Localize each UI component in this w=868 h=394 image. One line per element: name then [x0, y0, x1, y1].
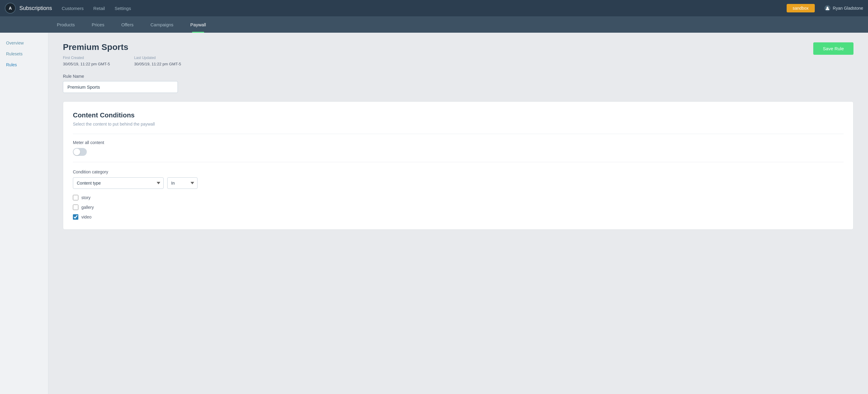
rule-name-input[interactable]	[63, 81, 178, 93]
nav-customers[interactable]: Customers	[62, 6, 84, 11]
subnav-products[interactable]: Products	[49, 16, 83, 33]
user-icon	[825, 5, 831, 11]
user-name: Ryan Gladstone	[833, 6, 863, 10]
checkbox-gallery-label: gallery	[81, 205, 94, 210]
divider-2	[73, 162, 843, 162]
condition-section: Condition category Content type Section …	[73, 170, 843, 220]
checkbox-list: story gallery video	[73, 195, 843, 220]
subnav-campaigns[interactable]: Campaigns	[142, 16, 182, 33]
nav-retail[interactable]: Retail	[93, 6, 105, 11]
checkbox-gallery-input[interactable]	[73, 205, 78, 210]
toggle-knob	[73, 149, 80, 155]
main-content: Premium Sports First Created 30/05/19, 1…	[49, 33, 868, 394]
sidebar-item-rules[interactable]: Rules	[0, 59, 48, 70]
checkbox-story[interactable]: story	[73, 195, 843, 200]
content-type-select[interactable]: Content type Section Tag	[73, 177, 164, 189]
save-rule-button[interactable]: Save Rule	[813, 42, 854, 55]
page-title: Premium Sports	[63, 42, 181, 52]
conditions-card: Content Conditions Select the content to…	[63, 101, 854, 230]
page-header: Premium Sports First Created 30/05/19, 1…	[63, 42, 854, 67]
layout: Overview Rulesets Rules Premium Sports F…	[0, 33, 868, 394]
subnav-paywall[interactable]: Paywall	[182, 16, 214, 33]
last-updated-meta: Last Updated 30/05/19, 11:22 pm GMT-5	[134, 56, 181, 67]
meter-all-toggle[interactable]	[73, 148, 87, 156]
checkbox-gallery[interactable]: gallery	[73, 205, 843, 210]
checkbox-video-input[interactable]	[73, 214, 78, 220]
meter-all-label: Meter all content	[73, 140, 843, 145]
header-left: Premium Sports First Created 30/05/19, 1…	[63, 42, 181, 67]
divider-1	[73, 134, 843, 134]
rule-name-section: Rule Name	[63, 74, 854, 93]
conditions-subtitle: Select the content to put behind the pay…	[73, 122, 843, 126]
app-title: Subscriptions	[19, 5, 52, 11]
top-nav: A Subscriptions Customers Retail Setting…	[0, 0, 868, 16]
last-updated-value: 30/05/19, 11:22 pm GMT-5	[134, 62, 181, 66]
first-created-value: 30/05/19, 11:22 pm GMT-5	[63, 62, 110, 66]
user-area: Ryan Gladstone	[825, 5, 863, 11]
subnav-offers[interactable]: Offers	[113, 16, 142, 33]
sidebar: Overview Rulesets Rules	[0, 33, 49, 394]
checkbox-video-label: video	[81, 215, 91, 219]
condition-selects: Content type Section Tag In Not in	[73, 177, 843, 189]
logo-icon: A	[5, 3, 16, 13]
top-nav-links: Customers Retail Settings	[62, 6, 777, 11]
checkbox-story-label: story	[81, 195, 90, 200]
conditions-title: Content Conditions	[73, 111, 843, 119]
first-created-label: First Created	[63, 56, 110, 60]
checkbox-video[interactable]: video	[73, 214, 843, 220]
subnav-prices[interactable]: Prices	[83, 16, 113, 33]
logo-area: A Subscriptions	[5, 3, 52, 13]
meter-all-row: Meter all content	[73, 140, 843, 156]
meta-row: First Created 30/05/19, 11:22 pm GMT-5 L…	[63, 56, 181, 67]
sidebar-item-overview[interactable]: Overview	[0, 37, 48, 49]
sidebar-item-rulesets[interactable]: Rulesets	[0, 49, 48, 59]
first-created-meta: First Created 30/05/19, 11:22 pm GMT-5	[63, 56, 110, 67]
last-updated-label: Last Updated	[134, 56, 181, 60]
sub-nav: Products Prices Offers Campaigns Paywall	[0, 16, 868, 33]
rule-name-label: Rule Name	[63, 74, 854, 79]
condition-category-label: Condition category	[73, 170, 843, 174]
nav-settings[interactable]: Settings	[115, 6, 131, 11]
checkbox-story-input[interactable]	[73, 195, 78, 200]
sandbox-badge: sandbox	[787, 4, 815, 12]
in-select[interactable]: In Not in	[167, 177, 197, 189]
